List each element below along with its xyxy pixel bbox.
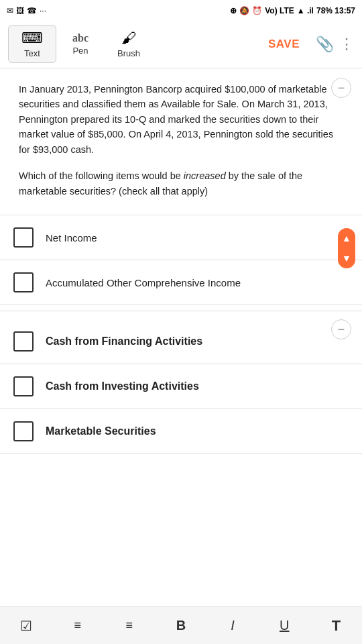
tool-text[interactable]: ⌨ Text xyxy=(8,25,56,63)
tool-brush[interactable]: 🖌 Brush xyxy=(105,25,153,62)
scroll-down-button[interactable]: ▼ xyxy=(338,248,355,268)
question-text: Which of the following items would be in… xyxy=(19,168,343,199)
passage-text: In January 2013, Pennington Bancorp acqu… xyxy=(19,82,343,157)
checkbox-aoci[interactable] xyxy=(13,272,34,292)
scroll-controls: ▲ ▼ xyxy=(338,228,355,268)
italic-button[interactable]: I xyxy=(216,611,249,641)
bullet-list-button[interactable]: ≡ xyxy=(61,611,95,641)
checkbox-net-income[interactable] xyxy=(13,227,34,248)
status-icons: ✉ 🖼 ☎ ··· xyxy=(7,6,46,15)
alarm-icon: ⏰ xyxy=(252,6,262,15)
tool-pen[interactable]: abc Pen xyxy=(56,28,105,60)
checkbox-marketable-securities[interactable] xyxy=(13,421,34,441)
wifi-icon: ▲ .il xyxy=(297,6,314,15)
collapse-passage-button[interactable]: − xyxy=(331,78,351,98)
net-income-label: Net Income xyxy=(46,231,97,245)
font-button[interactable]: T xyxy=(319,611,353,641)
brush-icon: 🖌 xyxy=(121,30,136,47)
save-button[interactable]: SAVE xyxy=(268,38,300,51)
scroll-up-button[interactable]: ▲ xyxy=(338,228,355,248)
cash-financing-label: Cash from Financing Activities xyxy=(46,334,202,349)
underline-button[interactable]: U xyxy=(267,611,301,641)
marketable-securities-label: Marketable Securities xyxy=(46,424,156,439)
option-aoci: Accumulated Other Comprehensive Income xyxy=(0,260,362,305)
sound-icon: 🔕 xyxy=(239,6,249,15)
keyboard-icon: ⌨ xyxy=(21,30,43,47)
more-options-icon[interactable]: ⋮ xyxy=(339,36,354,53)
section2-options: − Cash from Financing Activities Cash fr… xyxy=(0,311,362,501)
option-cash-financing: Cash from Financing Activities xyxy=(0,319,362,364)
aoci-label: Accumulated Other Comprehensive Income xyxy=(46,276,241,290)
content-area: − In January 2013, Pennington Bancorp ac… xyxy=(0,68,362,501)
brush-tool-label: Brush xyxy=(117,48,140,58)
passage-section: − In January 2013, Pennington Bancorp ac… xyxy=(0,68,362,215)
cash-investing-label: Cash from Investing Activities xyxy=(46,379,199,394)
checkbox-tool-button[interactable]: ☑ xyxy=(9,611,43,641)
checkbox-cash-financing[interactable] xyxy=(13,331,34,352)
numbered-list-button[interactable]: ≡ xyxy=(113,611,146,641)
option-cash-investing: Cash from Investing Activities xyxy=(0,364,362,409)
bottom-toolbar: ☑ ≡ ≡ B I U T xyxy=(0,606,362,644)
battery-charge-icon: ⊕ xyxy=(230,6,237,15)
pen-tool-label: Pen xyxy=(72,46,88,56)
mail-icon: ✉ xyxy=(7,6,13,15)
checkbox-cash-investing[interactable] xyxy=(13,376,34,396)
lte-icon: Vo) LTE xyxy=(265,6,294,15)
option-net-income: Net Income xyxy=(0,215,362,260)
pen-text-icon: abc xyxy=(72,32,88,44)
more-status-icon: ··· xyxy=(40,6,46,15)
bold-button[interactable]: B xyxy=(164,611,198,641)
attach-icon[interactable]: 📎 xyxy=(316,36,334,53)
text-tool-label: Text xyxy=(24,48,40,58)
option-marketable-securities: Marketable Securities xyxy=(0,409,362,454)
battery-percent: 78% 13:57 xyxy=(316,6,355,15)
section1-options: Net Income Accumulated Other Comprehensi… xyxy=(0,215,362,305)
image-icon: 🖼 xyxy=(16,6,24,15)
status-right: ⊕ 🔕 ⏰ Vo) LTE ▲ .il 78% 13:57 xyxy=(230,6,355,15)
status-bar: ✉ 🖼 ☎ ··· ⊕ 🔕 ⏰ Vo) LTE ▲ .il 78% 13:57 xyxy=(0,0,362,20)
phone-icon: ☎ xyxy=(27,6,37,15)
main-toolbar: ⌨ Text abc Pen 🖌 Brush SAVE 📎 ⋮ xyxy=(0,20,362,68)
